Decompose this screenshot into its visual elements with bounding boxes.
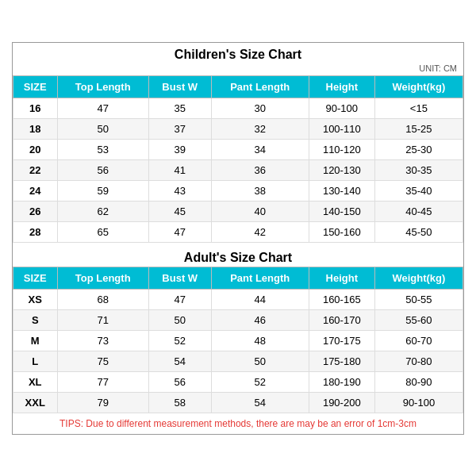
table-cell: 52	[211, 371, 309, 392]
table-cell: 120-130	[309, 159, 374, 180]
table-cell: 38	[211, 180, 309, 201]
table-cell: 60-70	[374, 330, 463, 351]
table-cell: 77	[57, 371, 148, 392]
table-cell: 28	[13, 221, 58, 242]
table-cell: 32	[211, 118, 309, 139]
children-header-row: SIZE Top Length Bust W Pant Length Heigh…	[13, 75, 463, 98]
table-cell: 160-165	[309, 289, 374, 309]
table-cell: 30-35	[374, 159, 463, 180]
tips-text: TIPS: Due to different measurement metho…	[13, 413, 463, 434]
adult-col-bust-w: Bust W	[148, 267, 211, 289]
table-row: 28654742150-16045-50	[13, 221, 463, 242]
table-row: L755450175-18070-80	[13, 351, 463, 371]
table-cell: 44	[211, 289, 309, 309]
table-cell: 45	[148, 201, 211, 221]
table-cell: 180-190	[309, 371, 374, 392]
table-row: XXL795854190-20090-100	[13, 392, 463, 413]
children-body: 1647353090-100<1518503732100-11015-25205…	[13, 98, 463, 242]
table-cell: 68	[57, 289, 148, 309]
table-cell: 56	[148, 371, 211, 392]
table-cell: 50	[211, 351, 309, 371]
col-size: SIZE	[13, 75, 58, 98]
table-cell: 90-100	[374, 392, 463, 413]
table-cell: 130-140	[309, 180, 374, 201]
table-cell: 50	[57, 118, 148, 139]
table-cell: 80-90	[374, 371, 463, 392]
table-cell: 25-30	[374, 139, 463, 159]
table-cell: 16	[13, 98, 58, 118]
table-cell: 50	[148, 309, 211, 330]
table-cell: 79	[57, 392, 148, 413]
table-cell: <15	[374, 98, 463, 118]
table-row: 26624540140-15040-45	[13, 201, 463, 221]
table-cell: 20	[13, 139, 58, 159]
adult-col-weight: Weight(kg)	[374, 267, 463, 289]
table-row: 18503732100-11015-25	[13, 118, 463, 139]
table-row: S715046160-17055-60	[13, 309, 463, 330]
table-cell: 40	[211, 201, 309, 221]
table-cell: 73	[57, 330, 148, 351]
col-height: Height	[309, 75, 374, 98]
table-cell: 47	[148, 221, 211, 242]
table-cell: 35	[148, 98, 211, 118]
table-cell: 42	[211, 221, 309, 242]
table-cell: 37	[148, 118, 211, 139]
table-cell: 170-175	[309, 330, 374, 351]
table-row: M735248170-17560-70	[13, 330, 463, 351]
table-cell: 160-170	[309, 309, 374, 330]
table-cell: M	[13, 330, 58, 351]
table-row: 24594338130-14035-40	[13, 180, 463, 201]
adult-table: SIZE Top Length Bust W Pant Length Heigh…	[13, 267, 463, 413]
table-cell: 56	[57, 159, 148, 180]
table-cell: 35-40	[374, 180, 463, 201]
table-cell: 41	[148, 159, 211, 180]
chart-container: Children's Size Chart UNIT: CM SIZE Top …	[12, 42, 464, 435]
table-cell: 75	[57, 351, 148, 371]
children-title: Children's Size Chart	[13, 43, 463, 63]
table-cell: 48	[211, 330, 309, 351]
table-row: XL775652180-19080-90	[13, 371, 463, 392]
adult-section: Adult's Size Chart SIZE Top Length Bust …	[13, 246, 463, 413]
table-cell: 59	[57, 180, 148, 201]
children-section: Children's Size Chart UNIT: CM SIZE Top …	[13, 43, 463, 243]
table-cell: 36	[211, 159, 309, 180]
table-cell: 53	[57, 139, 148, 159]
table-cell: 150-160	[309, 221, 374, 242]
table-cell: 46	[211, 309, 309, 330]
table-cell: 54	[148, 351, 211, 371]
adult-title: Adult's Size Chart	[13, 246, 463, 267]
table-cell: 34	[211, 139, 309, 159]
col-weight: Weight(kg)	[374, 75, 463, 98]
children-table: SIZE Top Length Bust W Pant Length Heigh…	[13, 75, 463, 243]
table-cell: 45-50	[374, 221, 463, 242]
table-cell: 55-60	[374, 309, 463, 330]
table-cell: 50-55	[374, 289, 463, 309]
col-pant-length: Pant Length	[211, 75, 309, 98]
table-cell: 100-110	[309, 118, 374, 139]
table-cell: 30	[211, 98, 309, 118]
adult-header-row: SIZE Top Length Bust W Pant Length Heigh…	[13, 267, 463, 289]
table-cell: 65	[57, 221, 148, 242]
table-cell: 22	[13, 159, 58, 180]
table-row: 22564136120-13030-35	[13, 159, 463, 180]
table-cell: 39	[148, 139, 211, 159]
table-cell: 190-200	[309, 392, 374, 413]
adult-col-pant-length: Pant Length	[211, 267, 309, 289]
table-cell: 40-45	[374, 201, 463, 221]
table-cell: 62	[57, 201, 148, 221]
table-cell: L	[13, 351, 58, 371]
table-cell: 47	[57, 98, 148, 118]
table-row: 1647353090-100<15	[13, 98, 463, 118]
table-cell: S	[13, 309, 58, 330]
table-cell: 15-25	[374, 118, 463, 139]
adult-col-height: Height	[309, 267, 374, 289]
table-cell: 140-150	[309, 201, 374, 221]
adult-col-size: SIZE	[13, 267, 58, 289]
table-cell: 52	[148, 330, 211, 351]
table-cell: 47	[148, 289, 211, 309]
table-cell: 24	[13, 180, 58, 201]
table-cell: 90-100	[309, 98, 374, 118]
table-cell: 43	[148, 180, 211, 201]
table-cell: XXL	[13, 392, 58, 413]
table-row: 20533934110-12025-30	[13, 139, 463, 159]
